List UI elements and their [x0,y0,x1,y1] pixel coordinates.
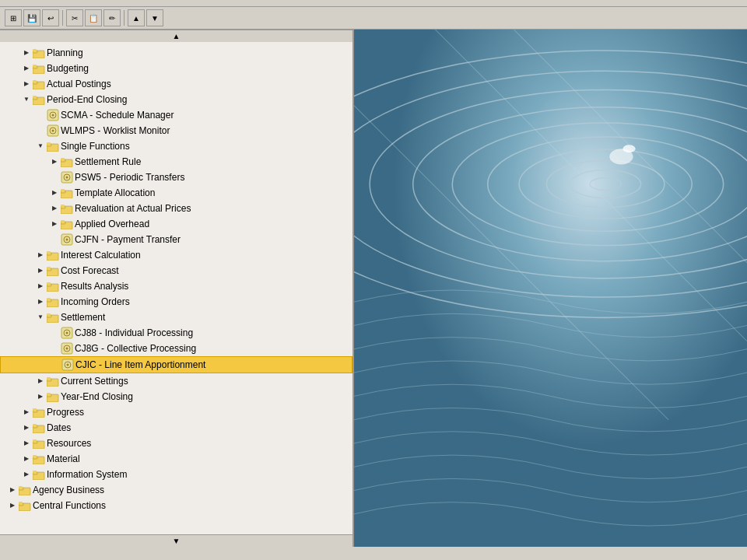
no-arrow [36,110,45,120]
folder-icon [61,219,73,229]
item-label: Settlement [61,310,351,324]
tree-item-cj8g[interactable]: CJ8G - Collective Processing [0,341,352,356]
svg-rect-8 [33,80,37,82]
svg-rect-90 [354,30,747,547]
collapsed-arrow[interactable]: ▶ [22,48,31,58]
tree-item-interest-calc[interactable]: ▶ Interest Calculation [0,247,352,263]
scroll-up[interactable]: ▲ [0,30,352,42]
svg-rect-41 [47,251,51,254]
collapsed-arrow[interactable]: ▶ [36,392,45,401]
collapsed-arrow[interactable]: ▶ [22,79,31,89]
collapsed-arrow[interactable]: ▶ [50,219,59,229]
svg-rect-44 [47,267,51,269]
collapsed-arrow[interactable]: ▶ [22,454,31,464]
tree-item-cj88[interactable]: CJ88 - Individual Processing [0,325,352,341]
tree-item-revaluation[interactable]: ▶ Revaluation at Actual Prices [0,201,352,216]
item-label: Budgeting [47,61,351,75]
toolbar-btn-3[interactable]: ↩ [42,9,59,26]
item-label: Resources [47,436,351,450]
item-label: Year-End Closing [61,390,351,404]
tree-item-info-system[interactable]: ▶ Information System [0,467,352,482]
toolbar-btn-2[interactable]: 💾 [23,9,40,26]
item-label: Applied Overhead [75,217,351,231]
svg-rect-86 [19,486,23,488]
item-label: SCMA - Schedule Manager [61,108,351,122]
expanded-arrow[interactable]: ▼ [22,95,31,104]
toolbar-separator-2 [124,10,124,26]
transaction-icon [61,171,73,184]
svg-rect-29 [61,189,65,191]
tree-item-cjfn[interactable]: CJFN - Payment Transfer [0,232,352,247]
tree-item-applied-overhead[interactable]: ▶ Applied Overhead [0,216,352,232]
tree-item-year-end-closing[interactable]: ▶ Year-End Closing [0,389,352,404]
tree-item-budgeting[interactable]: ▶ Budgeting [0,61,352,76]
tree-item-incoming-orders[interactable]: ▶ Incoming Orders [0,294,352,310]
tree-item-material[interactable]: ▶ Material [0,451,352,467]
folder-icon [33,79,45,89]
scroll-down[interactable]: ▼ [0,534,352,547]
tree-item-progress[interactable]: ▶ Progress [0,404,352,420]
item-label: Agency Business [33,483,351,497]
tree-item-psw5[interactable]: PSW5 - Periodic Transfers [0,170,352,185]
collapsed-arrow[interactable]: ▶ [36,282,45,291]
tree-item-actual-postings[interactable]: ▶ Actual Postings [0,76,352,92]
tree-item-wlmps[interactable]: WLMPS - Worklist Monitor [0,123,352,138]
tree-item-settlement[interactable]: ▼ Settlement [0,310,352,325]
item-label: Cost Forecast [61,264,351,278]
collapsed-arrow[interactable]: ▶ [36,297,45,306]
tree-item-template-allocation[interactable]: ▶ Template Allocation [0,185,352,201]
collapsed-arrow[interactable]: ▶ [36,376,45,386]
svg-point-17 [52,130,54,132]
tree-item-cjic[interactable]: CJIC - Line Item Apportionment [0,356,352,373]
toolbar-btn-6[interactable]: ✏ [103,9,121,26]
collapsed-arrow[interactable]: ▶ [22,408,31,417]
tree-item-resources[interactable]: ▶ Resources [0,436,352,451]
collapsed-arrow[interactable]: ▶ [36,266,45,275]
tree-scroll[interactable]: ▶ Planning▶ Budgeting▶ Actual Postings▼ … [0,42,352,534]
folder-icon [33,95,45,105]
collapsed-arrow[interactable]: ▶ [8,501,17,510]
item-label: Incoming Orders [61,295,351,309]
svg-rect-23 [61,158,65,160]
collapsed-arrow[interactable]: ▶ [22,439,31,448]
toolbar-btn-up[interactable]: ▲ [128,9,145,26]
collapsed-arrow[interactable]: ▶ [36,250,45,260]
folder-icon [61,204,73,214]
collapsed-arrow[interactable]: ▶ [50,204,59,213]
tree-item-cost-forecast[interactable]: ▶ Cost Forecast [0,263,352,278]
tree-item-agency-business[interactable]: ▶ Agency Business [0,482,352,498]
tree-item-scma[interactable]: SCMA - Schedule Manager [0,107,352,123]
tree-item-results-analysis[interactable]: ▶ Results Analysis [0,278,352,294]
toolbar-btn-5[interactable]: 📋 [85,9,102,26]
collapsed-arrow[interactable]: ▶ [22,64,31,73]
tree-item-settlement-rule[interactable]: ▶ Settlement Rule [0,154,352,170]
item-label: CJFN - Payment Transfer [75,233,351,247]
tree-item-planning[interactable]: ▶ Planning [0,45,352,61]
folder-icon [47,313,59,323]
toolbar-btn-4[interactable]: ✂ [66,9,83,26]
collapsed-arrow[interactable]: ▶ [8,485,17,495]
collapsed-arrow[interactable]: ▶ [50,157,59,166]
collapsed-arrow[interactable]: ▶ [22,423,31,432]
tree-item-current-settings[interactable]: ▶ Current Settings [0,373,352,389]
tree-item-dates[interactable]: ▶ Dates [0,420,352,436]
transaction-icon [47,109,59,121]
item-label: CJ88 - Individual Processing [75,326,351,340]
svg-point-26 [66,177,68,179]
collapsed-arrow[interactable]: ▶ [22,470,31,479]
toolbar-btn-down[interactable]: ▼ [146,9,163,26]
toolbar: ⊞ 💾 ↩ ✂ 📋 ✏ ▲ ▼ [0,7,747,30]
svg-rect-83 [33,471,37,473]
tree-panel: ▲ ▶ Planning▶ Budgeting▶ Actual Postings… [0,30,354,547]
svg-rect-50 [47,298,51,300]
tree-item-period-end-closing[interactable]: ▼ Period-End Closing [0,92,352,107]
collapsed-arrow[interactable]: ▶ [50,188,59,198]
item-label: Revaluation at Actual Prices [75,201,351,215]
image-panel [354,30,747,547]
folder-icon [33,470,45,480]
expanded-arrow[interactable]: ▼ [36,313,45,322]
tree-item-single-functions[interactable]: ▼ Single Functions [0,138,352,154]
expanded-arrow[interactable]: ▼ [36,142,45,151]
toolbar-btn-1[interactable]: ⊞ [5,9,22,26]
tree-item-central-functions[interactable]: ▶ Central Functions [0,498,352,513]
